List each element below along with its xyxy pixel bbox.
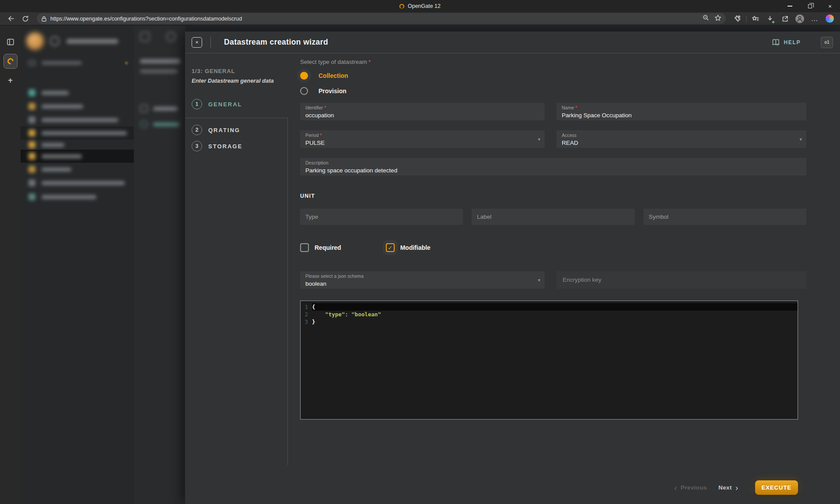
- required-asterisk: *: [324, 105, 326, 110]
- radio-unselected-icon[interactable]: [300, 87, 308, 95]
- minimize-icon: [788, 6, 792, 7]
- name-field[interactable]: Name* Parking Space Occupation: [556, 103, 806, 120]
- circle-step-icon: [140, 120, 148, 128]
- org-avatar[interactable]: [26, 32, 44, 50]
- downloads-button[interactable]: [764, 13, 776, 24]
- unit-symbol-input[interactable]: Symbol: [644, 209, 806, 225]
- execute-button[interactable]: EXECUTE: [755, 480, 798, 495]
- sidebar-item-blurred[interactable]: [21, 126, 134, 140]
- identifier-label: Identifier: [305, 105, 323, 110]
- previous-button[interactable]: ‹ Previous: [674, 483, 707, 492]
- wizard-form: Select type of datastream* Collection Pr…: [300, 53, 806, 504]
- sidebar-item-blurred[interactable]: [21, 100, 134, 113]
- refresh-button[interactable]: [19, 13, 32, 24]
- dropdown-caret-icon[interactable]: ▾: [538, 136, 540, 142]
- wizard-close-button[interactable]: ×: [192, 37, 202, 48]
- dropdown-caret-icon[interactable]: ▾: [538, 277, 540, 283]
- favorites-star-icon: [752, 15, 759, 22]
- identifier-field[interactable]: Identifier* occupation: [300, 103, 545, 120]
- active-tab-opengate[interactable]: [4, 54, 18, 69]
- json-schema-value[interactable]: boolean: [305, 280, 539, 287]
- stepper-divider: [185, 118, 287, 118]
- close-window-button[interactable]: ×: [820, 0, 840, 12]
- identifier-value[interactable]: occupation: [305, 112, 539, 119]
- sidebar-item-blurred[interactable]: [21, 113, 134, 126]
- bg-step-header-blurred: [140, 59, 180, 63]
- step-qrating[interactable]: 2 QRATING: [192, 125, 240, 135]
- unit-label-input[interactable]: Label: [472, 209, 634, 225]
- step-progress-header: 1/3: GENERAL: [192, 68, 235, 74]
- dropdown-caret-icon[interactable]: ▾: [799, 136, 802, 142]
- help-button[interactable]: ? HELP: [772, 38, 801, 46]
- minimize-button[interactable]: [780, 0, 800, 12]
- back-button[interactable]: [4, 13, 17, 24]
- modifiable-checkbox[interactable]: ✓: [386, 243, 395, 252]
- widget-logo-icon[interactable]: o1: [821, 37, 833, 48]
- toggle-vertical-tabs-button[interactable]: [7, 38, 14, 48]
- share-icon: [781, 15, 789, 22]
- step-general[interactable]: 1 GENERAL: [192, 99, 242, 109]
- sidebar-item-blurred[interactable]: [21, 86, 134, 99]
- browser-tab[interactable]: OpenGate 12: [0, 0, 840, 12]
- extensions-button[interactable]: [731, 13, 743, 24]
- toolbar-divider: [746, 15, 746, 22]
- background-panel-blurred: [134, 26, 185, 504]
- json-schema-select[interactable]: Please select a json schema boolean ▾: [300, 271, 545, 289]
- period-select[interactable]: Period* PULSE ▾: [300, 130, 545, 148]
- radio-selected-icon[interactable]: [300, 72, 308, 80]
- access-value[interactable]: READ: [562, 140, 801, 146]
- period-value[interactable]: PULSE: [305, 140, 539, 146]
- name-label: Name: [562, 105, 574, 110]
- browser-toolbar: https://www.opengate.es/configurations?s…: [0, 12, 840, 25]
- line-number: 3: [301, 318, 312, 326]
- filter-icon: [28, 60, 35, 66]
- step-storage[interactable]: 3 STORAGE: [192, 141, 242, 151]
- profile-button[interactable]: [794, 13, 806, 24]
- editor-line[interactable]: 3 }: [301, 318, 798, 326]
- bg-step2-label-blurred: [153, 122, 179, 126]
- line-number: 1: [301, 303, 312, 311]
- radio-provision-option[interactable]: Provision: [300, 86, 806, 96]
- settings-more-button[interactable]: …: [808, 13, 821, 24]
- encryption-key-input[interactable]: Encryption key: [556, 271, 806, 289]
- sidebar-item-blurred[interactable]: [21, 176, 134, 189]
- favorites-button[interactable]: [749, 13, 761, 24]
- window-controls: ×: [780, 0, 840, 12]
- json-schema-editor[interactable]: 1 { 2 "type": "boolean" 3 }: [300, 301, 798, 420]
- name-value[interactable]: Parking Space Occupation: [562, 112, 801, 119]
- editor-line[interactable]: 2 "type": "boolean": [301, 311, 798, 318]
- opengate-tab-icon: [6, 57, 15, 66]
- line-number: 2: [301, 311, 312, 318]
- logo-mini-text: o1: [824, 40, 830, 45]
- editor-line[interactable]: 1 {: [301, 303, 798, 311]
- description-value[interactable]: Parking space occupation detected: [305, 167, 801, 174]
- question-mark: ?: [776, 43, 779, 46]
- datastream-wizard-panel: × Datastream creation wizard ? HELP o1 1…: [185, 32, 840, 504]
- period-label: Period: [305, 133, 318, 138]
- window-title: OpenGate 12: [408, 3, 441, 9]
- profile-avatar: [795, 14, 804, 23]
- sidebar-item-blurred-active[interactable]: [21, 150, 134, 163]
- description-field[interactable]: Description Parking space occupation det…: [300, 158, 806, 175]
- required-asterisk: *: [368, 59, 371, 65]
- radio-collection-option[interactable]: Collection: [300, 70, 806, 81]
- new-tab-button[interactable]: +: [8, 76, 13, 86]
- sidebar-search[interactable]: ▾: [21, 57, 134, 69]
- wizard-header: × Datastream creation wizard ? HELP o1: [185, 32, 840, 53]
- sidebar-item-blurred[interactable]: [21, 190, 134, 203]
- url-text[interactable]: https://www.opengate.es/configurations?s…: [50, 16, 699, 22]
- sidebar-item-blurred[interactable]: [21, 163, 134, 176]
- bookmark-button[interactable]: [714, 14, 721, 23]
- zoom-search-button[interactable]: [703, 14, 709, 23]
- puzzle-icon: [734, 15, 741, 22]
- copilot-button[interactable]: [823, 13, 836, 24]
- access-select[interactable]: Access READ ▾: [556, 130, 806, 148]
- step-1-circle: 1: [192, 99, 202, 109]
- address-bar[interactable]: https://www.opengate.es/configurations?s…: [37, 13, 726, 24]
- unit-type-input[interactable]: Type: [300, 209, 463, 225]
- restore-button[interactable]: [800, 0, 820, 12]
- next-label: Next: [718, 484, 732, 491]
- share-button[interactable]: [779, 13, 791, 24]
- required-checkbox[interactable]: [300, 243, 309, 252]
- next-button[interactable]: Next ›: [718, 483, 738, 492]
